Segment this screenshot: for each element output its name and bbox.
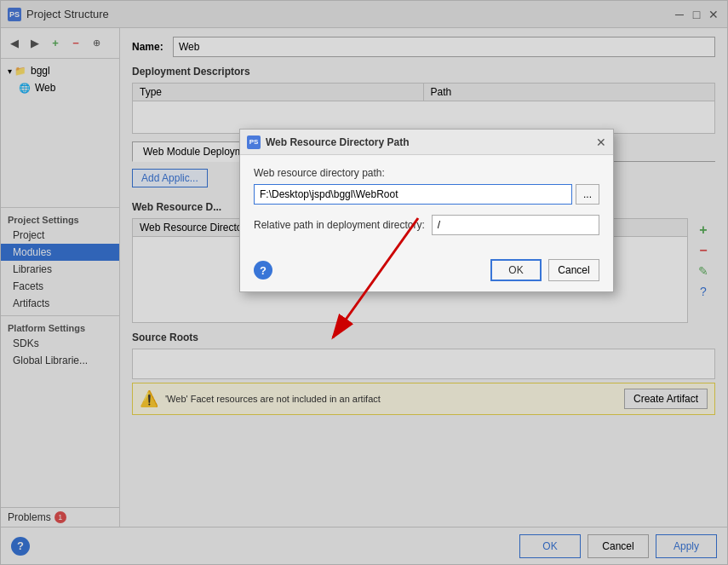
modal-footer: ? OK Cancel	[240, 259, 613, 291]
modal-title: Web Resource Directory Path	[266, 136, 596, 148]
modal-app-icon: PS	[247, 135, 261, 149]
modal-btn-group: OK Cancel	[490, 259, 599, 281]
modal-dialog: PS Web Resource Directory Path ✕ Web res…	[239, 129, 614, 292]
modal-help-button[interactable]: ?	[254, 261, 272, 280]
modal-close-button[interactable]: ✕	[596, 135, 606, 149]
browse-button[interactable]: ...	[576, 184, 599, 205]
modal-input-row: ...	[254, 184, 599, 205]
relative-path-row: Relative path in deployment directory:	[254, 215, 599, 235]
main-window: PS Project Structure ─ □ ✕ ◀ ▶ + − ⊕ ▾	[0, 0, 728, 565]
relative-path-input[interactable]	[432, 215, 599, 235]
modal-body: Web resource directory path: ... Relativ…	[240, 155, 613, 259]
modal-cancel-button[interactable]: Cancel	[548, 259, 599, 281]
modal-path-label: Web resource directory path:	[254, 167, 599, 179]
modal-path-input[interactable]	[254, 184, 572, 205]
modal-title-bar: PS Web Resource Directory Path ✕	[240, 130, 613, 155]
relative-path-label: Relative path in deployment directory:	[254, 219, 425, 231]
modal-ok-button[interactable]: OK	[490, 259, 542, 281]
modal-overlay: PS Web Resource Directory Path ✕ Web res…	[1, 1, 727, 564]
